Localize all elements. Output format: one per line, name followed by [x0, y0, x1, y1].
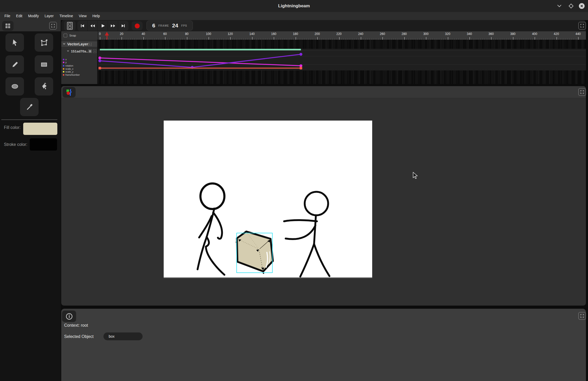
property-dot [63, 62, 64, 63]
info-panel: Context: root Selected Object box [61, 309, 586, 381]
grid-icon [5, 23, 11, 29]
info-button[interactable] [62, 311, 76, 322]
sublayer-expander-icon[interactable] [67, 50, 69, 52]
transform-tool-button[interactable] [35, 33, 53, 52]
ellipse-icon [11, 82, 19, 91]
snap-label: Snap [69, 34, 76, 37]
stroke-color-label: Stroke color: [4, 142, 27, 147]
menu-modify[interactable]: Modify [25, 12, 42, 20]
curves-svg[interactable] [98, 40, 586, 84]
skip-to-start-button[interactable] [77, 21, 88, 31]
chevron-down-icon [557, 4, 562, 8]
panel-grid-button[interactable] [2, 21, 14, 31]
menu-view[interactable]: View [76, 12, 89, 20]
window-close-button[interactable] [578, 3, 585, 9]
pencil-tool-button[interactable] [5, 55, 24, 74]
canvas-fullscreen-button[interactable] [578, 88, 586, 96]
tool-panel: Fill color: Stroke color: [0, 20, 61, 381]
close-icon [579, 3, 585, 9]
fast-forward-button[interactable] [108, 21, 118, 31]
property-row-frame-number[interactable]: frameNumber [61, 73, 80, 76]
app-window: Lightningbeam File Edit Modify Layer Tim… [0, 0, 588, 381]
layer-row-vectorlayer[interactable]: VectorLayer [L] [61, 41, 97, 47]
fill-color-swatch[interactable] [23, 123, 57, 135]
menu-help[interactable]: Help [89, 12, 103, 20]
box-object[interactable] [236, 231, 273, 274]
layer-expander-icon[interactable] [63, 43, 65, 45]
stroke-color-swatch[interactable] [30, 138, 57, 151]
menu-edit[interactable]: Edit [13, 12, 25, 20]
shapes-icon [66, 88, 72, 96]
property-row-rotation[interactable]: rotation [61, 64, 73, 67]
mouse-cursor [413, 172, 419, 179]
property-dot [63, 59, 64, 60]
timeline-fullscreen-button[interactable] [578, 22, 586, 29]
snap-cell: Snap [61, 31, 98, 40]
selected-object-value: box [109, 334, 115, 338]
menu-layer[interactable]: Layer [42, 12, 57, 20]
window-minimize-button[interactable] [556, 3, 563, 9]
snap-checkbox[interactable] [64, 34, 67, 37]
timeline-panel: 6 FRAME 24 FPS Snap 02040608010012014016… [61, 20, 586, 84]
window-maximize-button[interactable] [568, 3, 574, 9]
property-label: x [65, 58, 67, 61]
select-tool-button[interactable] [5, 33, 24, 52]
info-fullscreen-button[interactable] [578, 312, 586, 320]
paint-bucket-tool-button[interactable] [35, 77, 53, 96]
film-export-button[interactable] [64, 21, 76, 31]
frames-area[interactable] [98, 40, 586, 84]
drawing-stage[interactable] [164, 121, 372, 277]
visibility-swatch-icon [89, 50, 91, 52]
tool-panel-header [0, 20, 61, 31]
rewind-icon [89, 23, 96, 29]
rectangle-tool-button[interactable] [35, 55, 53, 74]
property-row-scale-y[interactable]: scale_y [61, 70, 74, 73]
fullscreen-icon [51, 24, 55, 28]
ellipse-tool-button[interactable] [5, 77, 24, 96]
sublayer-visibility-button[interactable] [88, 49, 92, 53]
layer-tag: [L] [88, 42, 91, 46]
property-label: frameNumber [65, 74, 80, 76]
skip-start-icon [79, 23, 85, 29]
rectangle-icon [40, 60, 48, 69]
selected-object-label: Selected Object [64, 334, 94, 339]
record-icon [135, 23, 140, 28]
layers-column: VectorLayer [L] 151ad70a... ~ x y rota [61, 40, 98, 84]
frame-fps-display: 6 FRAME 24 FPS [146, 21, 193, 31]
play-button[interactable] [98, 21, 108, 31]
record-button[interactable] [132, 21, 143, 30]
property-row-y[interactable]: y [61, 61, 67, 64]
rewind-button[interactable] [88, 21, 98, 31]
fullscreen-icon [580, 90, 584, 94]
sublayer-toggle-button[interactable]: ~ [93, 49, 96, 53]
canvas-panel [61, 86, 586, 306]
menu-timeline[interactable]: Timeline [57, 12, 76, 20]
selected-object-field[interactable]: box [103, 332, 143, 340]
sublayer-row[interactable]: 151ad70a... [61, 48, 97, 54]
fill-color-label: Fill color: [4, 125, 21, 130]
cursor-icon [11, 38, 19, 47]
transform-icon [40, 38, 48, 47]
timeline-ruler[interactable]: 0204060801001201401601802002202402602803… [98, 31, 586, 40]
playback-controls [77, 21, 128, 31]
fps-unit-label: FPS [181, 24, 187, 27]
eyedropper-icon [25, 103, 34, 111]
fast-forward-icon [110, 23, 116, 29]
fullscreen-icon [580, 314, 584, 318]
pencil-icon [11, 60, 19, 69]
diamond-icon [568, 3, 574, 9]
tool-panel-fullscreen-button[interactable] [49, 22, 57, 29]
stick-figure-right [284, 192, 329, 277]
menu-file[interactable]: File [2, 12, 13, 20]
eyedropper-tool-button[interactable] [20, 98, 39, 116]
play-icon [100, 23, 106, 29]
skip-to-end-button[interactable] [118, 21, 128, 31]
property-label: rotation [65, 64, 73, 67]
film-strip-icon [67, 22, 73, 30]
scene-shapes-button[interactable] [63, 87, 76, 98]
stick-figure-left [198, 183, 224, 275]
property-row-x[interactable]: x [61, 58, 67, 61]
property-row-scale-x[interactable]: scale_x [61, 67, 74, 70]
context-text: Context: root [64, 323, 88, 328]
skip-end-icon [120, 23, 126, 29]
